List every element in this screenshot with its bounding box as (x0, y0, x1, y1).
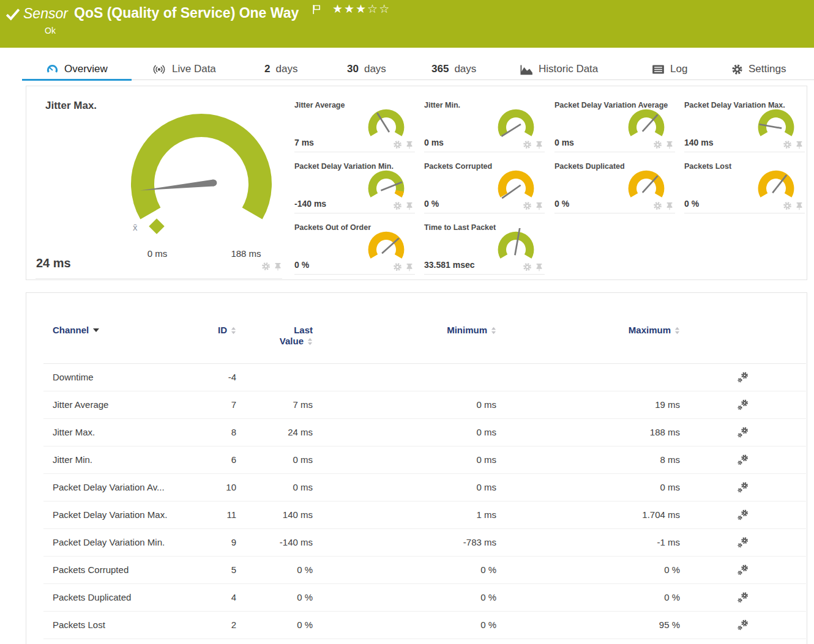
gauge-settings-gear-icon[interactable] (523, 140, 532, 149)
table-row: Downtime -4 (43, 363, 806, 391)
tab-settings[interactable]: Settings (731, 58, 786, 80)
channel-settings-gears-icon[interactable] (737, 619, 749, 631)
log-icon (652, 64, 665, 75)
tab-number: 30 (347, 63, 359, 75)
cell-id: 11 (187, 501, 236, 528)
gauge-title: Packets Duplicated (554, 162, 625, 171)
gauge-pin-icon[interactable] (405, 263, 414, 272)
header-label: Last (236, 325, 313, 335)
cell-minimum: 0 ms (313, 446, 496, 473)
cell-last-value: 0 ms (236, 473, 313, 501)
active-tab-underline (22, 79, 132, 81)
gauge-value: 33.581 msec (424, 260, 475, 270)
cell-maximum (496, 363, 680, 391)
gauge-pin-icon[interactable] (405, 141, 414, 149)
gauge-settings-gear-icon[interactable] (393, 262, 402, 272)
stars-filled[interactable]: ★★★ (332, 2, 367, 15)
table-row: Jitter Min. 6 0 ms 0 ms 8 ms (43, 446, 806, 473)
cell-last-value: 140 ms (236, 501, 313, 528)
cell-channel[interactable]: Jitter Min. (43, 446, 187, 473)
gauge-settings-gear-icon[interactable] (783, 201, 792, 210)
gauge-cell-packets-out-of-order: Packets Out of Order 0 % (294, 221, 415, 275)
gauge-pin-icon[interactable] (535, 263, 543, 272)
cell-channel[interactable]: Packets Corrupted (43, 556, 187, 583)
gauge-value: 0 % (294, 260, 309, 270)
channel-settings-gears-icon[interactable] (737, 536, 749, 549)
cell-channel[interactable]: Packet Delay Variation Min. (43, 528, 187, 556)
main-gauge-title: Jitter Max. (45, 100, 97, 112)
channel-settings-gears-icon[interactable] (737, 454, 749, 466)
live-data-icon (152, 64, 166, 75)
gauge-pin-icon[interactable] (405, 202, 414, 210)
cell-channel[interactable]: Jitter Max. (43, 418, 187, 446)
cell-channel[interactable]: Jitter Average (43, 391, 187, 418)
column-header-channel[interactable]: Channel (43, 317, 187, 363)
cell-channel[interactable]: Packet Delay Variation Max. (43, 501, 187, 528)
gauge-icon (46, 64, 59, 75)
tab-live-data[interactable]: Live Data (152, 58, 216, 80)
cell-channel[interactable]: Downtime (43, 363, 187, 391)
channel-settings-gears-icon[interactable] (737, 426, 749, 439)
tab-label: Log (670, 63, 687, 75)
gauge-pin-icon[interactable] (665, 202, 674, 210)
gauge-pin-icon[interactable] (274, 262, 282, 271)
channel-settings-gears-icon[interactable] (737, 509, 749, 521)
gauge-settings-gear-icon[interactable] (261, 262, 271, 271)
tab-label: Live Data (172, 63, 216, 75)
gauge-settings-gear-icon[interactable] (523, 262, 532, 272)
gauge-settings-gear-icon[interactable] (653, 201, 662, 210)
gauge-settings-gear-icon[interactable] (783, 140, 792, 149)
channel-settings-gears-icon[interactable] (737, 564, 749, 576)
flag-icon[interactable] (312, 4, 321, 15)
cell-minimum (313, 363, 496, 391)
sensor-header: Sensor QoS (Quality of Service) One Way … (0, 0, 814, 48)
gauge-pin-icon[interactable] (665, 141, 674, 149)
tab-365-days[interactable]: 365 days (431, 58, 476, 80)
channels-table: Channel ID Last Value Minimum Maximum (43, 317, 806, 639)
channel-settings-gears-icon[interactable] (737, 399, 749, 411)
channel-settings-gears-icon[interactable] (737, 591, 749, 604)
tab-label: Overview (64, 63, 108, 75)
gauge-value: 7 ms (294, 138, 314, 147)
cell-channel[interactable]: Packets Duplicated (43, 583, 187, 611)
tab-overview[interactable]: Overview (46, 58, 108, 80)
gauges-panel: Jitter Max. x̄ 0 ms 188 ms 24 ms Jitter … (26, 86, 807, 280)
tab-log[interactable]: Log (652, 58, 687, 80)
column-header-minimum[interactable]: Minimum (313, 317, 496, 363)
gauge-cell-jitter-min: Jitter Min. 0 ms (424, 98, 545, 152)
cell-minimum: 0 ms (313, 473, 496, 501)
gauge-cell-packets-duplicated: Packets Duplicated 0 % (554, 160, 675, 213)
cell-minimum: -783 ms (313, 528, 496, 556)
tab-historic-data[interactable]: Historic Data (520, 58, 598, 80)
channel-settings-gears-icon[interactable] (737, 481, 749, 494)
gauge-pin-icon[interactable] (535, 141, 543, 149)
column-header-maximum[interactable]: Maximum (496, 317, 680, 363)
column-header-id[interactable]: ID (187, 317, 236, 363)
gauge-pin-icon[interactable] (795, 202, 804, 210)
tab-30-days[interactable]: 30 days (347, 58, 386, 80)
gauge-settings-gear-icon[interactable] (393, 201, 402, 210)
gauge-settings-gear-icon[interactable] (393, 140, 402, 149)
tab-2-days[interactable]: 2 days (264, 58, 297, 80)
channel-settings-gears-icon[interactable] (737, 371, 749, 383)
priority-stars[interactable]: ★★★☆☆ (332, 2, 390, 16)
gauge-settings-gear-icon[interactable] (653, 140, 662, 149)
stars-empty[interactable]: ☆☆ (367, 2, 390, 15)
table-header-row: Channel ID Last Value Minimum Maximum (43, 317, 806, 363)
gauge-cell-pdv-min: Packet Delay Variation Min. -140 ms (294, 160, 415, 213)
main-gauge-max-label: 188 ms (222, 248, 271, 259)
tab-number: 365 (431, 63, 449, 75)
table-row: Packets Corrupted 5 0 % 0 % 0 % (43, 556, 806, 583)
cell-channel[interactable]: Packets Lost (43, 611, 187, 638)
gauge-value: -140 ms (294, 199, 326, 209)
cell-last-value: 0 ms (236, 446, 313, 473)
gauge-title: Packets Out of Order (294, 223, 371, 232)
gauge-value: 0 % (684, 199, 699, 209)
cell-channel[interactable]: Packet Delay Variation Av... (43, 473, 187, 501)
sort-icon (491, 327, 496, 335)
gauge-pin-icon[interactable] (535, 202, 543, 210)
cell-last-value: 24 ms (236, 418, 313, 446)
gauge-settings-gear-icon[interactable] (523, 201, 532, 210)
gauge-pin-icon[interactable] (795, 141, 804, 149)
column-header-last-value[interactable]: Last Value (236, 317, 313, 363)
